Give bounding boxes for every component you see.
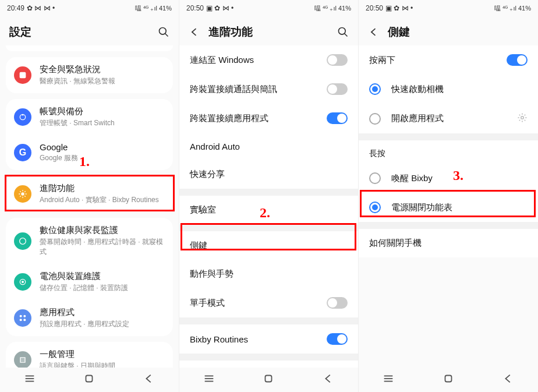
header: 側鍵: [359, 16, 538, 45]
radio-powermenu[interactable]: 電源關閉功能表: [359, 193, 538, 222]
item-calls[interactable]: 跨裝置接續通話與簡訊: [179, 75, 358, 104]
svg-point-9: [23, 315, 26, 317]
toggle[interactable]: [327, 297, 348, 309]
item-bixby-routines[interactable]: Bixby Routines: [179, 324, 358, 354]
item-sub: 管理帳號 · Smart Switch: [40, 118, 165, 128]
svg-line-20: [345, 34, 348, 37]
gear-icon[interactable]: [517, 112, 528, 125]
google-icon: G: [14, 144, 31, 161]
page-title: 側鍵: [388, 24, 529, 40]
apps-icon: [14, 309, 31, 327]
item-advanced[interactable]: 進階功能Android Auto · 實驗室 · Bixby Routines: [6, 176, 173, 212]
item-android-auto[interactable]: Android Auto: [179, 133, 358, 160]
search-icon[interactable]: [337, 26, 349, 38]
security-icon: [14, 66, 31, 84]
nav-recents[interactable]: [23, 372, 36, 387]
svg-point-0: [160, 28, 167, 35]
item-label: 帳號與備份: [40, 106, 165, 117]
card-security: 安全與緊急狀況醫療資訊 · 無線緊急警報: [6, 57, 173, 93]
svg-line-1: [165, 34, 168, 37]
item-sub: 儲存位置 · 記憶體 · 裝置防護: [40, 283, 165, 293]
radio-icon: [369, 202, 381, 213]
annotation-1: 1.: [79, 154, 90, 169]
item-label: 一般管理: [40, 349, 165, 360]
section-longpress: 長按 喚醒 Bixby 電源關閉功能表: [359, 140, 538, 222]
item-sub: Android Auto · 實驗室 · Bixby Routines: [40, 195, 165, 205]
nav-recents[interactable]: [203, 372, 215, 387]
toggle[interactable]: [327, 54, 348, 66]
status-signal: 嗢 ⁴ᴳ ₊ıl 41%: [314, 4, 351, 13]
annotation-2: 2.: [260, 205, 270, 221]
item-howto[interactable]: 如何關閉手機: [359, 229, 538, 257]
nav-back[interactable]: [322, 372, 335, 387]
card-advanced: 進階功能Android Auto · 實驗室 · Bixby Routines: [6, 176, 173, 212]
svg-point-7: [22, 281, 24, 283]
radio-bixby[interactable]: 喚醒 Bixby: [359, 164, 538, 193]
toggle[interactable]: [327, 333, 348, 345]
item-label: 電池與裝置維護: [40, 271, 165, 282]
annotation-3: 3.: [453, 168, 463, 183]
item-wellbeing[interactable]: 數位健康與家長監護螢幕開啟時間 · 應用程式計時器 · 就寢模式: [6, 218, 173, 264]
item-label: 應用程式: [40, 307, 165, 318]
header: 進階功能: [179, 16, 358, 45]
battery-icon: [14, 273, 31, 291]
nav-recents[interactable]: [382, 372, 395, 387]
nav-back[interactable]: [502, 372, 515, 387]
item-quickshare[interactable]: 快速分享: [179, 160, 358, 189]
status-time: 20:49: [7, 4, 24, 12]
item-gesture[interactable]: 動作與手勢: [179, 260, 358, 288]
item-onehand[interactable]: 單手模式: [179, 288, 358, 317]
radio-icon: [369, 83, 381, 95]
item-sub: Google 服務: [40, 153, 165, 163]
page-title: 進階功能: [208, 24, 337, 40]
phone-settings: 20:49✿ ⋈ ⋈ • 嗢 ⁴ᴳ ₊ıl 41% 設定 安全與緊急狀況醫療資訊…: [0, 0, 179, 392]
item-sub: 預設應用程式 · 應用程式設定: [40, 319, 165, 329]
status-bar: 20:49✿ ⋈ ⋈ • 嗢 ⁴ᴳ ₊ıl 41%: [0, 0, 179, 16]
radio-icon: [369, 113, 381, 125]
item-label: 數位健康與家長監護: [40, 225, 165, 236]
item-accounts[interactable]: 帳號與備份管理帳號 · Smart Switch: [6, 99, 173, 135]
card-wellbeing: 數位健康與家長監護螢幕開啟時間 · 應用程式計時器 · 就寢模式 電池與裝置維護…: [6, 218, 173, 336]
section-label: 長按: [359, 140, 538, 164]
advanced-icon: [14, 185, 31, 203]
status-icons: ✿ ⋈ ⋈ •: [27, 4, 55, 12]
wellbeing-icon: [14, 232, 31, 250]
status-icons: ▣ ✿ ⋈ •: [385, 4, 413, 12]
item-battery[interactable]: 電池與裝置維護儲存位置 · 記憶體 · 裝置防護: [6, 264, 173, 300]
item-apps-continue[interactable]: 跨裝置接續應用程式: [179, 104, 358, 133]
card-partial: [6, 45, 173, 51]
toggle[interactable]: [327, 112, 348, 124]
nav-home[interactable]: [442, 372, 455, 387]
back-icon[interactable]: [368, 26, 380, 38]
svg-rect-24: [266, 376, 272, 382]
backup-icon: [14, 108, 31, 126]
radio-icon: [369, 172, 381, 184]
back-icon[interactable]: [189, 26, 200, 38]
nav-bar: [179, 368, 358, 392]
toggle-doublepress[interactable]: 按兩下: [359, 45, 538, 75]
phone-advanced: 20:50▣ ✿ ⋈ • 嗢 ⁴ᴳ ₊ıl 41% 進階功能 連結至 Windo…: [179, 0, 359, 392]
toggle[interactable]: [327, 83, 348, 95]
nav-home[interactable]: [83, 372, 95, 387]
radio-camera[interactable]: 快速啟動相機: [359, 75, 538, 104]
nav-home[interactable]: [262, 372, 275, 387]
status-time: 20:50: [366, 4, 383, 12]
svg-point-11: [23, 319, 26, 321]
nav-back[interactable]: [143, 372, 155, 387]
item-windows[interactable]: 連結至 Windows: [179, 45, 358, 75]
search-icon[interactable]: [158, 26, 169, 38]
item-sidekey[interactable]: 側鍵: [179, 231, 358, 260]
svg-point-8: [20, 315, 22, 317]
item-sub: 螢幕開啟時間 · 應用程式計時器 · 就寢模式: [40, 237, 165, 257]
svg-rect-18: [86, 376, 93, 382]
radio-openapp[interactable]: 開啟應用程式: [359, 104, 538, 133]
item-security[interactable]: 安全與緊急狀況醫療資訊 · 無線緊急警報: [6, 57, 173, 93]
svg-point-5: [20, 238, 26, 244]
item-apps[interactable]: 應用程式預設應用程式 · 應用程式設定: [6, 300, 173, 336]
general-icon: [14, 351, 31, 369]
svg-point-25: [521, 116, 524, 119]
svg-rect-29: [445, 376, 451, 382]
status-time: 20:50: [186, 4, 204, 12]
item-sub: 醫療資訊 · 無線緊急警報: [40, 76, 165, 86]
toggle[interactable]: [507, 54, 528, 66]
